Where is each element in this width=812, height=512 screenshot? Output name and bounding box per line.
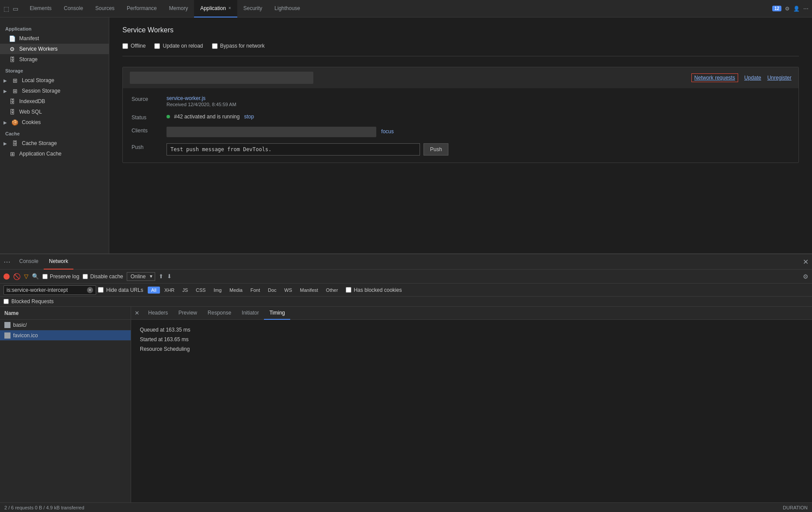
focus-link[interactable]: focus — [381, 128, 394, 135]
record-button[interactable] — [3, 273, 10, 280]
sidebar-item-service-workers[interactable]: ⚙ Service Workers — [0, 44, 109, 54]
tab-sources[interactable]: Sources — [89, 0, 121, 17]
sidebar-item-cookies[interactable]: ▶ 🍪 Cookies — [0, 117, 109, 128]
bypass-for-network-checkbox-label[interactable]: Bypass for network — [212, 43, 265, 49]
detail-tab-headers[interactable]: Headers — [143, 307, 173, 320]
sw-options-row: Offline Update on reload Bypass for netw… — [122, 43, 799, 56]
filter-pill-media[interactable]: Media — [226, 287, 246, 294]
filter-pill-js[interactable]: JS — [179, 287, 191, 294]
bottom-tab-network[interactable]: Network — [44, 254, 73, 270]
application-cache-icon: ⊞ — [9, 151, 16, 157]
push-input[interactable] — [167, 143, 420, 156]
sidebar-item-web-sql[interactable]: 🗄 Web SQL — [0, 107, 109, 117]
table-row[interactable]: basic/ — [0, 320, 131, 330]
throttle-select[interactable]: Online — [127, 272, 155, 281]
status-value: #42 activated and is running stop — [167, 114, 790, 120]
update-link[interactable]: Update — [744, 75, 761, 81]
bottom-tab-console[interactable]: Console — [14, 254, 44, 270]
filter-pill-xhr[interactable]: XHR — [161, 287, 178, 294]
filter-pill-css[interactable]: CSS — [192, 287, 209, 294]
tab-performance[interactable]: Performance — [121, 0, 163, 17]
sw-card: Network requests Update Unregister Sourc… — [122, 67, 799, 163]
sidebar-item-cache-storage[interactable]: ▶ 🗄 Cache Storage — [0, 138, 109, 149]
has-blocked-cookies-label[interactable]: Has blocked cookies — [346, 287, 402, 293]
filter-pill-all[interactable]: All — [148, 287, 160, 294]
settings-icon[interactable]: ⚙ — [803, 273, 809, 280]
close-bottom-panel-icon[interactable]: ✕ — [803, 258, 809, 266]
has-blocked-cookies-checkbox[interactable] — [346, 287, 351, 293]
filter-pill-img[interactable]: Img — [210, 287, 225, 294]
sidebar-item-storage[interactable]: 🗄 Storage — [0, 54, 109, 65]
filter-pill-doc[interactable]: Doc — [264, 287, 280, 294]
tab-console[interactable]: Console — [58, 0, 89, 17]
user-icon[interactable]: 👤 — [793, 6, 800, 12]
topbar-right: 12 ⚙ 👤 ⋯ — [772, 6, 809, 12]
blocked-requests-checkbox[interactable] — [3, 299, 9, 304]
tab-elements[interactable]: Elements — [24, 0, 58, 17]
push-button[interactable]: Push — [423, 143, 448, 156]
detail-tab-initiator[interactable]: Initiator — [236, 307, 264, 320]
device-icon[interactable]: ▭ — [13, 5, 18, 12]
update-on-reload-label: Update on reload — [163, 43, 203, 49]
preserve-log-checkbox[interactable] — [42, 274, 48, 279]
network-requests-link[interactable]: Network requests — [691, 73, 738, 82]
bypass-for-network-checkbox[interactable] — [212, 43, 218, 49]
detail-tab-preview[interactable]: Preview — [173, 307, 202, 320]
filter-pill-ws[interactable]: WS — [281, 287, 296, 294]
arrow-icon: ▶ — [3, 78, 8, 83]
sidebar-section-cache: Cache — [0, 128, 109, 138]
offline-checkbox-label[interactable]: Offline — [122, 43, 146, 49]
source-link[interactable]: service-worker.js — [167, 95, 205, 101]
preserve-log-label[interactable]: Preserve log — [42, 273, 79, 280]
detail-tab-timing[interactable]: Timing — [264, 307, 290, 320]
network-toolbar: 🚫 ▽ 🔍 Preserve log Disable cache Online … — [0, 270, 812, 284]
file-icon — [4, 322, 10, 328]
update-on-reload-checkbox-label[interactable]: Update on reload — [154, 43, 203, 49]
cursor-icon[interactable]: ⬚ — [3, 5, 9, 12]
detail-tab-response[interactable]: Response — [202, 307, 236, 320]
sidebar-item-application-cache[interactable]: ⊞ Application Cache — [0, 149, 109, 159]
errors-badge[interactable]: 12 — [772, 6, 781, 11]
hide-data-urls-label[interactable]: Hide data URLs — [98, 287, 143, 293]
disable-cache-label[interactable]: Disable cache — [83, 273, 123, 280]
sidebar-item-local-storage[interactable]: ▶ ⊞ Local Storage — [0, 75, 109, 86]
offline-checkbox[interactable] — [122, 43, 128, 49]
tab-lighthouse[interactable]: Lighthouse — [268, 0, 306, 17]
sidebar-item-indexeddb[interactable]: 🗄 IndexedDB — [0, 96, 109, 107]
sidebar-item-manifest[interactable]: 📄 Manifest — [0, 33, 109, 44]
stop-link[interactable]: stop — [244, 114, 254, 120]
filter-pill-other[interactable]: Other — [323, 287, 342, 294]
filter-pill-manifest[interactable]: Manifest — [296, 287, 322, 294]
tab-application[interactable]: Application × — [194, 0, 237, 17]
tab-security[interactable]: Security — [237, 0, 268, 17]
close-tab-icon[interactable]: × — [229, 6, 231, 10]
unregister-link[interactable]: Unregister — [767, 75, 791, 81]
filter-icon[interactable]: ▽ — [24, 273, 28, 280]
filter-input[interactable] — [7, 287, 85, 293]
close-detail-icon[interactable]: ✕ — [131, 310, 143, 316]
more-tabs-icon[interactable]: ⋯ — [3, 258, 10, 266]
sidebar-item-session-storage[interactable]: ▶ ⊞ Session Storage — [0, 86, 109, 96]
filter-pill-font[interactable]: Font — [247, 287, 264, 294]
update-on-reload-checkbox[interactable] — [154, 43, 160, 49]
timing-queued: Queued at 163.35 ms — [140, 327, 803, 333]
table-row[interactable]: favicon.ico — [0, 330, 131, 341]
download-icon[interactable]: ⬇ — [167, 273, 172, 280]
sidebar: Application 📄 Manifest ⚙ Service Workers… — [0, 17, 109, 253]
arrow-icon: ▶ — [3, 141, 8, 146]
settings-icon[interactable]: ⚙ — [785, 6, 790, 12]
upload-icon[interactable]: ⬆ — [159, 273, 163, 280]
tab-memory[interactable]: Memory — [163, 0, 194, 17]
sw-url-bar — [130, 72, 313, 84]
sidebar-label-storage: Storage — [19, 56, 38, 62]
preserve-log-text: Preserve log — [50, 273, 79, 280]
search-icon[interactable]: 🔍 — [32, 273, 39, 280]
more-icon[interactable]: ⋯ — [803, 6, 809, 12]
hide-data-urls-checkbox[interactable] — [98, 287, 104, 293]
disable-cache-checkbox[interactable] — [83, 274, 88, 279]
duration-label: DURATION — [783, 505, 808, 510]
bottom-tabbar: ⋯ Console Network ✕ — [0, 254, 812, 270]
block-requests-icon[interactable]: 🚫 — [13, 273, 21, 280]
filter-clear-button[interactable]: ✕ — [87, 287, 93, 293]
sw-card-header: Network requests Update Unregister — [123, 67, 798, 88]
